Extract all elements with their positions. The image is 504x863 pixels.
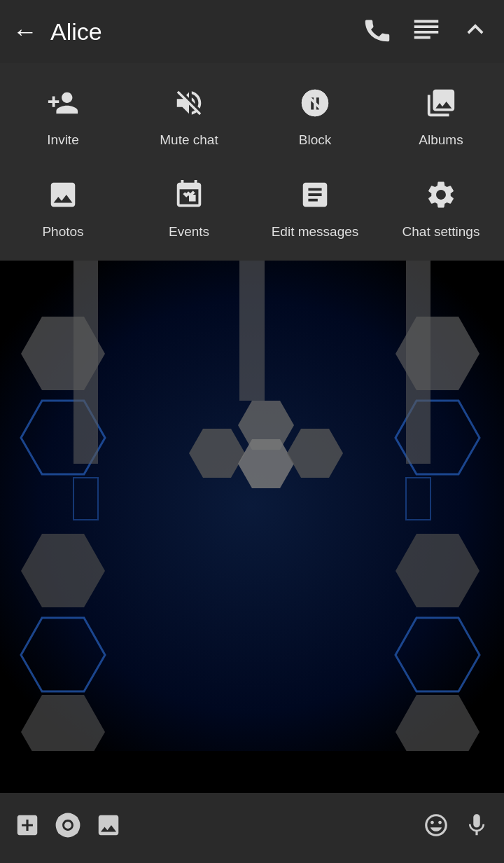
photos-icon: [47, 179, 79, 216]
mic-button[interactable]: [463, 812, 490, 845]
notes-icon[interactable]: [410, 13, 442, 50]
menu-item-events[interactable]: Events: [126, 162, 252, 254]
svg-rect-13: [406, 261, 430, 464]
menu-item-edit-messages[interactable]: Edit messages: [252, 162, 378, 254]
events-icon: [173, 179, 205, 216]
edit-messages-label: Edit messages: [272, 224, 359, 240]
menu-item-block[interactable]: Block: [252, 70, 378, 162]
menu-item-albums[interactable]: Albums: [378, 70, 504, 162]
menu-item-mute-chat[interactable]: Mute chat: [126, 70, 252, 162]
chat-settings-icon: [425, 179, 457, 216]
header-icons: [361, 13, 491, 50]
photos-label: Photos: [42, 224, 83, 240]
invite-label: Invite: [47, 132, 78, 148]
albums-icon: [425, 87, 457, 124]
events-label: Events: [169, 224, 209, 240]
chevron-up-icon[interactable]: [459, 13, 491, 50]
invite-icon: [47, 87, 79, 124]
menu-grid: Invite Mute chat Block Albums: [0, 63, 504, 261]
mute-chat-label: Mute chat: [160, 132, 218, 148]
mute-chat-icon: [173, 87, 205, 124]
add-button[interactable]: [14, 812, 41, 845]
block-icon: [299, 87, 331, 124]
edit-messages-icon: [299, 179, 331, 216]
menu-item-chat-settings[interactable]: Chat settings: [378, 162, 504, 254]
chat-background: [0, 261, 504, 751]
bottom-bar: [0, 793, 504, 863]
block-label: Block: [299, 132, 331, 148]
albums-label: Albums: [419, 132, 463, 148]
chat-title: Alice: [50, 18, 361, 46]
svg-rect-15: [239, 261, 265, 401]
phone-icon[interactable]: [361, 13, 393, 50]
header: ← Alice: [0, 0, 504, 63]
emoji-button[interactable]: [423, 812, 449, 845]
back-button[interactable]: ←: [13, 17, 38, 46]
svg-rect-6: [74, 261, 98, 464]
camera-button[interactable]: [55, 812, 81, 845]
menu-item-invite[interactable]: Invite: [0, 70, 126, 162]
menu-item-photos[interactable]: Photos: [0, 162, 126, 254]
image-button[interactable]: [95, 812, 122, 845]
chat-settings-label: Chat settings: [402, 224, 480, 240]
